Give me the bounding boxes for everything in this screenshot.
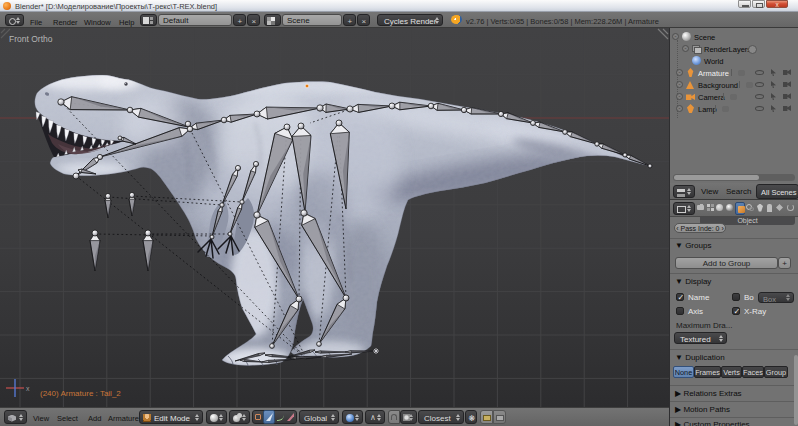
svg-text:x: x <box>26 385 30 392</box>
